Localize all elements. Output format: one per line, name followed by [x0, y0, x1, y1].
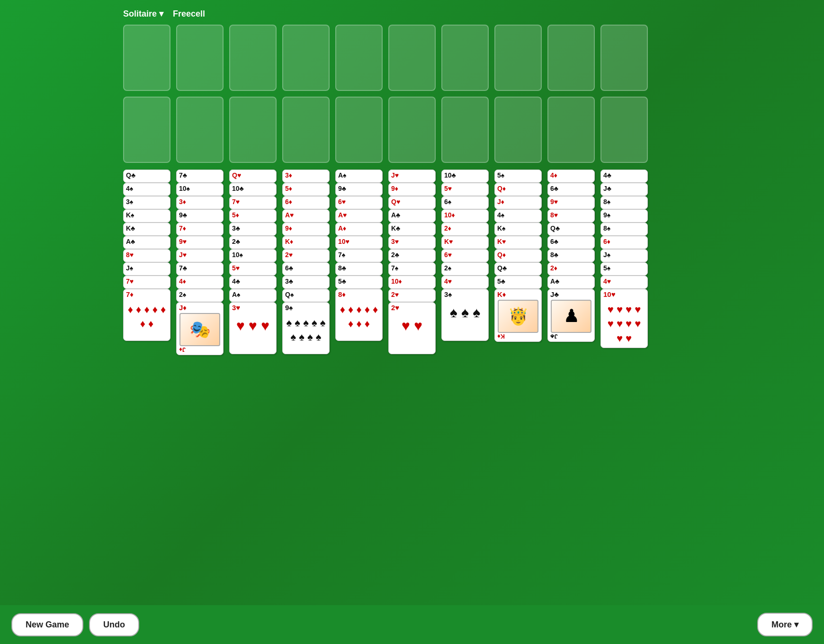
table-row[interactable]: 4♦ [176, 276, 224, 289]
tableau-slot-3[interactable] [229, 97, 277, 163]
table-row[interactable]: 6♣ [547, 236, 595, 249]
table-row[interactable]: 2♦ [547, 262, 595, 276]
tableau-slot-8[interactable] [494, 97, 542, 163]
table-row[interactable]: J♥ [388, 170, 436, 183]
table-row[interactable]: J♠ [600, 249, 648, 262]
table-row[interactable]: 4♥ [441, 276, 489, 289]
tableau-slot-7[interactable] [441, 97, 489, 163]
tableau-slot-4[interactable] [282, 97, 330, 163]
table-row[interactable]: 8♣ [547, 249, 595, 262]
table-row[interactable]: 10♥ [335, 236, 383, 249]
table-row[interactable]: 3♠♠ ♠ ♠ [441, 289, 489, 341]
foundation-3[interactable] [441, 25, 489, 91]
table-row[interactable]: 3♠ [123, 196, 170, 209]
foundation-5[interactable] [547, 25, 595, 91]
table-row[interactable]: 2♣ [229, 236, 277, 249]
table-row[interactable]: 8♣ [335, 262, 383, 276]
table-row[interactable]: 10♥♥ ♥ ♥ ♥ ♥ ♥ ♥ ♥ ♥ ♥ [600, 289, 648, 348]
table-row[interactable]: 6♥ [335, 196, 383, 209]
table-row[interactable]: 6♣ [547, 183, 595, 196]
table-row[interactable]: A♠ [229, 289, 277, 302]
tableau-slot-9[interactable] [547, 97, 595, 163]
table-row[interactable]: A♠ [335, 170, 383, 183]
table-row[interactable]: A♣ [123, 236, 170, 249]
table-row[interactable]: 5♥ [229, 262, 277, 276]
free-cell-4[interactable] [282, 25, 330, 91]
table-row[interactable]: 6♦ [600, 236, 648, 249]
table-row[interactable]: 10♣ [229, 183, 277, 196]
table-row[interactable]: J♠ [123, 262, 170, 276]
table-row[interactable]: K♦🤴K♦ [494, 289, 542, 342]
table-row[interactable]: K♣ [123, 223, 170, 236]
table-row[interactable]: 2♠ [176, 289, 224, 302]
table-row[interactable]: 10♦ [441, 209, 489, 223]
table-row[interactable]: 5♠ [600, 262, 648, 276]
table-row[interactable]: 9♣ [335, 183, 383, 196]
table-row[interactable]: 4♠ [494, 209, 542, 223]
table-row[interactable]: K♣ [388, 223, 436, 236]
table-row[interactable]: 6♠ [441, 196, 489, 209]
table-row[interactable]: 3♦ [176, 196, 224, 209]
table-row[interactable]: 3♦ [282, 170, 330, 183]
new-game-button[interactable]: New Game [11, 613, 83, 636]
table-row[interactable]: 4♣ [229, 276, 277, 289]
table-row[interactable]: A♦ [335, 223, 383, 236]
foundation-4[interactable] [494, 25, 542, 91]
table-row[interactable]: Q♣ [547, 223, 595, 236]
tableau-slot-5[interactable] [335, 97, 383, 163]
table-row[interactable]: J♣ [600, 183, 648, 196]
free-cell-3[interactable] [229, 25, 277, 91]
table-row[interactable]: 5♣ [335, 276, 383, 289]
table-row[interactable]: 6♥ [441, 249, 489, 262]
table-row[interactable]: Q♣ [494, 262, 542, 276]
table-row[interactable]: 9♥ [176, 236, 224, 249]
table-row[interactable]: 4♥ [600, 276, 648, 289]
table-row[interactable]: J♦🎭J♦ [176, 302, 224, 355]
table-row[interactable]: K♠ [123, 209, 170, 223]
foundation-2[interactable] [388, 25, 436, 91]
table-row[interactable]: Q♣ [123, 170, 170, 183]
table-row[interactable]: 9♠ [600, 209, 648, 223]
table-row[interactable]: 6♣ [282, 262, 330, 276]
table-row[interactable]: 9♥ [547, 196, 595, 209]
table-row[interactable]: 7♦♦ ♦ ♦ ♦ ♦ ♦ ♦ [123, 289, 170, 341]
table-row[interactable]: 7♥ [229, 196, 277, 209]
table-row[interactable]: 2♣ [388, 249, 436, 262]
table-row[interactable]: A♣ [547, 276, 595, 289]
table-row[interactable]: 3♥ [388, 236, 436, 249]
table-row[interactable]: 10♦ [388, 276, 436, 289]
table-row[interactable]: 7♥ [123, 276, 170, 289]
table-row[interactable]: 9♦ [282, 223, 330, 236]
free-cell-2[interactable] [176, 25, 224, 91]
table-row[interactable]: 7♠ [335, 249, 383, 262]
tableau-slot-1[interactable] [123, 97, 170, 163]
foundation-6[interactable] [600, 25, 648, 91]
tableau-slot-10[interactable] [600, 97, 648, 163]
table-row[interactable]: 8♦♦ ♦ ♦ ♦ ♦ ♦ ♦ ♦ [335, 289, 383, 341]
table-row[interactable]: 3♥♥ ♥ ♥ [229, 302, 277, 354]
table-row[interactable]: K♠ [494, 223, 542, 236]
table-row[interactable]: 2♥♥ ♥ [388, 302, 436, 354]
table-row[interactable]: 10♣ [441, 170, 489, 183]
table-row[interactable]: 2♦ [441, 223, 489, 236]
more-button[interactable]: More ▾ [757, 613, 813, 636]
table-row[interactable]: K♥ [494, 236, 542, 249]
table-row[interactable]: J♣♟J♣ [547, 289, 595, 342]
table-row[interactable]: 5♥ [441, 183, 489, 196]
table-row[interactable]: K♦ [282, 236, 330, 249]
table-row[interactable]: 4♠ [123, 183, 170, 196]
table-row[interactable]: J♥ [176, 249, 224, 262]
table-row[interactable]: 6♦ [282, 196, 330, 209]
table-row[interactable]: Q♥ [229, 170, 277, 183]
table-row[interactable]: 4♦ [547, 170, 595, 183]
table-row[interactable]: 10♠ [176, 183, 224, 196]
table-row[interactable]: 7♣ [176, 170, 224, 183]
table-row[interactable]: 5♣ [494, 276, 542, 289]
solitaire-menu[interactable]: Solitaire ▾ [123, 9, 163, 19]
table-row[interactable]: Q♦ [494, 183, 542, 196]
table-row[interactable]: Q♦ [494, 249, 542, 262]
table-row[interactable]: A♣ [388, 209, 436, 223]
undo-button[interactable]: Undo [89, 613, 139, 636]
table-row[interactable]: Q♥ [388, 196, 436, 209]
table-row[interactable]: 9♦ [388, 183, 436, 196]
